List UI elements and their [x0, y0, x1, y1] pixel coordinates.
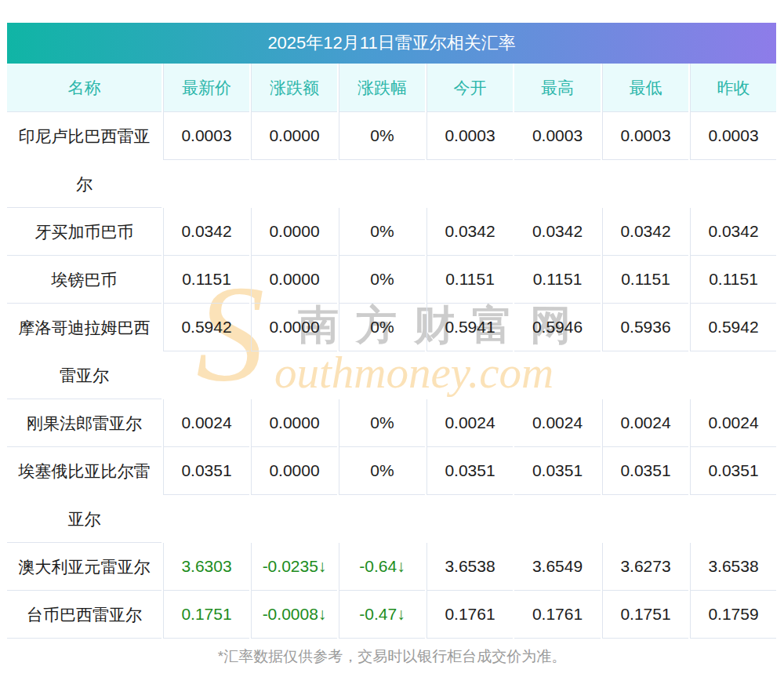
cell-prev-close: 0.0024 — [690, 399, 776, 447]
column-header-latest-price: 最新价 — [163, 64, 249, 112]
cell-latest-price: 3.6303 — [163, 543, 249, 591]
cell-prev-close: 0.0003 — [690, 112, 776, 160]
cell-high: 0.0342 — [514, 208, 601, 256]
cell-change-amount: -0.0008↓ — [251, 591, 337, 639]
cell-high: 0.1151 — [514, 256, 601, 304]
page-title: 2025年12月11日雷亚尔相关汇率 — [7, 23, 776, 64]
table-row: 摩洛哥迪拉姆巴西雷亚尔 0.5942 0.0000 0% 0.5941 0.59… — [7, 304, 776, 399]
cell-high: 3.6549 — [514, 543, 601, 591]
column-header-name: 名称 — [7, 64, 162, 112]
cell-change-percent: 0% — [339, 304, 425, 351]
cell-latest-price: 0.0024 — [163, 399, 249, 447]
cell-currency-name: 印尼卢比巴西雷亚尔 — [7, 112, 162, 208]
row-empty-filler — [163, 351, 776, 399]
column-header-change-percent: 涨跌幅 — [339, 64, 425, 112]
cell-open: 0.5941 — [426, 304, 513, 351]
cell-change-percent: 0% — [339, 208, 425, 256]
cell-currency-name: 牙买加币巴币 — [7, 208, 162, 256]
cell-prev-close: 0.0351 — [690, 447, 776, 495]
cell-high: 0.0351 — [514, 447, 601, 495]
cell-change-amount: 0.0000 — [251, 304, 337, 351]
cell-change-percent: 0% — [339, 256, 425, 304]
column-header-change-amount: 涨跌额 — [251, 64, 337, 112]
cell-latest-price: 0.0351 — [163, 447, 249, 495]
cell-latest-price: 0.0003 — [163, 112, 249, 160]
column-header-low: 最低 — [602, 64, 688, 112]
cell-open: 0.0342 — [426, 208, 513, 256]
cell-change-amount: 0.0000 — [251, 256, 337, 304]
cell-latest-price: 0.1751 — [163, 591, 249, 639]
cell-low: 3.6273 — [602, 543, 688, 591]
cell-latest-price: 0.1151 — [163, 256, 249, 304]
cell-currency-name: 刚果法郎雷亚尔 — [7, 399, 162, 447]
cell-latest-price: 0.5942 — [163, 304, 249, 351]
cell-low: 0.0003 — [602, 112, 688, 160]
cell-latest-price: 0.0342 — [163, 208, 249, 256]
cell-prev-close: 3.6538 — [690, 543, 776, 591]
cell-change-amount: 0.0000 — [251, 399, 337, 447]
cell-change-percent: -0.47↓ — [339, 591, 425, 639]
cell-high: 0.0024 — [514, 399, 601, 447]
cell-change-percent: 0% — [339, 447, 425, 495]
table-header-row: 名称 最新价 涨跌额 涨跌幅 今开 最高 最低 昨收 — [7, 64, 776, 112]
cell-change-amount: 0.0000 — [251, 112, 337, 160]
exchange-rate-page: S 南方财富网 outhmoney.com 2025年12月11日雷亚尔相关汇率… — [0, 0, 784, 688]
table-row: 牙买加币巴币 0.0342 0.0000 0% 0.0342 0.0342 0.… — [7, 208, 776, 256]
table-row: 澳大利亚元雷亚尔 3.6303 -0.0235↓ -0.64↓ 3.6538 3… — [7, 543, 776, 591]
cell-high: 0.5946 — [514, 304, 601, 351]
cell-low: 0.1151 — [602, 256, 688, 304]
cell-high: 0.1761 — [514, 591, 601, 639]
table-row: 刚果法郎雷亚尔 0.0024 0.0000 0% 0.0024 0.0024 0… — [7, 399, 776, 447]
cell-currency-name: 摩洛哥迪拉姆巴西雷亚尔 — [7, 304, 162, 399]
cell-low: 0.1751 — [602, 591, 688, 639]
table-row: 印尼卢比巴西雷亚尔 0.0003 0.0000 0% 0.0003 0.0003… — [7, 112, 776, 208]
table-row: 埃塞俄比亚比尔雷亚尔 0.0351 0.0000 0% 0.0351 0.035… — [7, 447, 776, 543]
cell-low: 0.0351 — [602, 447, 688, 495]
cell-low: 0.0342 — [602, 208, 688, 256]
row-empty-filler — [163, 160, 776, 208]
cell-prev-close: 0.1151 — [690, 256, 776, 304]
cell-open: 0.0003 — [426, 112, 513, 160]
cell-prev-close: 0.1759 — [690, 591, 776, 639]
cell-open: 0.1151 — [426, 256, 513, 304]
column-header-prev-close: 昨收 — [690, 64, 776, 112]
rates-table: 名称 最新价 涨跌额 涨跌幅 今开 最高 最低 昨收 印尼卢比巴西雷亚尔 0.0… — [7, 64, 776, 639]
cell-change-percent: 0% — [339, 112, 425, 160]
cell-change-amount: -0.0235↓ — [251, 543, 337, 591]
cell-low: 0.5936 — [602, 304, 688, 351]
row-empty-filler — [163, 495, 776, 543]
cell-open: 0.1761 — [426, 591, 513, 639]
cell-currency-name: 澳大利亚元雷亚尔 — [7, 543, 162, 591]
cell-prev-close: 0.5942 — [690, 304, 776, 351]
cell-currency-name: 台币巴西雷亚尔 — [7, 591, 162, 639]
cell-change-percent: -0.64↓ — [339, 543, 425, 591]
cell-low: 0.0024 — [602, 399, 688, 447]
cell-change-amount: 0.0000 — [251, 208, 337, 256]
table-row: 埃镑巴币 0.1151 0.0000 0% 0.1151 0.1151 0.11… — [7, 256, 776, 304]
cell-high: 0.0003 — [514, 112, 601, 160]
cell-prev-close: 0.0342 — [690, 208, 776, 256]
cell-currency-name: 埃塞俄比亚比尔雷亚尔 — [7, 447, 162, 543]
table-row: 台币巴西雷亚尔 0.1751 -0.0008↓ -0.47↓ 0.1761 0.… — [7, 591, 776, 639]
disclaimer-note: *汇率数据仅供参考，交易时以银行柜台成交价为准。 — [0, 646, 784, 667]
cell-open: 0.0024 — [426, 399, 513, 447]
column-header-high: 最高 — [514, 64, 601, 112]
column-header-open: 今开 — [426, 64, 513, 112]
rates-table-body: 印尼卢比巴西雷亚尔 0.0003 0.0000 0% 0.0003 0.0003… — [7, 112, 776, 639]
cell-change-percent: 0% — [339, 399, 425, 447]
cell-open: 0.0351 — [426, 447, 513, 495]
cell-change-amount: 0.0000 — [251, 447, 337, 495]
cell-open: 3.6538 — [426, 543, 513, 591]
cell-currency-name: 埃镑巴币 — [7, 256, 162, 304]
